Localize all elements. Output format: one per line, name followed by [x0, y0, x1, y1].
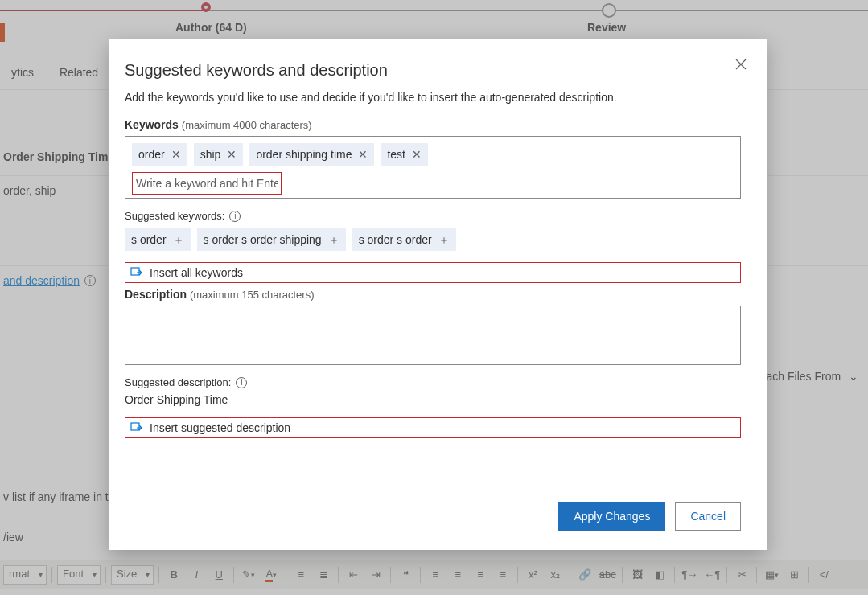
justify-button[interactable]: ≡	[493, 565, 512, 585]
chip-label: s order	[131, 233, 167, 246]
more-table-button[interactable]: ⊞	[784, 565, 804, 585]
underline-button[interactable]: U	[209, 565, 228, 585]
highlight-button[interactable]: ✎▾	[239, 565, 258, 585]
suggested-keywords-link[interactable]: and description	[3, 274, 80, 287]
chip-label: order	[138, 148, 165, 161]
suggested-description-label: Suggested description:	[125, 376, 231, 388]
keywords-label: Keywords	[125, 118, 179, 131]
insert-all-keywords-button[interactable]: Insert all keywords	[125, 262, 741, 283]
modal-subtitle: Add the keywords you'd like to use and d…	[125, 91, 741, 104]
insert-suggested-description-button[interactable]: Insert suggested description	[125, 417, 741, 438]
step-dot-author	[201, 2, 211, 12]
keyword-chip-row: order✕ ship✕ order shipping time✕ test✕	[132, 143, 734, 166]
insert-suggested-description-label: Insert suggested description	[150, 421, 290, 434]
table-button[interactable]: ▦▾	[762, 565, 781, 585]
description-label-row: Description (maximum 155 characters)	[125, 288, 741, 301]
scissors-button[interactable]: ✂	[732, 565, 751, 585]
subscript-button[interactable]: x₂	[545, 565, 565, 585]
close-button[interactable]	[731, 55, 751, 74]
keyword-chip: order✕	[132, 143, 187, 166]
svg-rect-0	[131, 268, 139, 275]
pilcrow-ltr-button[interactable]: ¶→	[680, 565, 699, 585]
align-center-button[interactable]: ≡	[448, 565, 467, 585]
step-dot-review	[602, 3, 616, 18]
toolbar-format-combo[interactable]: rmat▾	[3, 565, 47, 585]
chip-label: ship	[200, 148, 221, 161]
align-left-button[interactable]: ≡	[426, 565, 445, 585]
superscript-button[interactable]: x²	[523, 565, 542, 585]
remove-chip-icon[interactable]: ✕	[171, 149, 181, 160]
suggested-keywords-label-row: Suggested keywords: i	[125, 210, 741, 222]
quote-button[interactable]: ❝	[396, 565, 415, 585]
description-hint: (maximum 155 characters)	[190, 289, 315, 301]
insert-icon	[130, 266, 143, 279]
outdent-button[interactable]: ⇤	[343, 565, 363, 585]
apply-changes-button[interactable]: Apply Changes	[558, 502, 665, 531]
chip-label: s order s order	[359, 233, 432, 246]
caret-icon: ▾	[39, 570, 43, 579]
caret-icon: ▾	[146, 570, 150, 579]
keywords-label-row: Keywords (maximum 4000 characters)	[125, 118, 741, 131]
align-right-button[interactable]: ≡	[471, 565, 490, 585]
indent-button[interactable]: ⇥	[366, 565, 385, 585]
tab-analytics[interactable]: ytics	[0, 58, 45, 87]
add-chip-icon[interactable]: ＋	[328, 234, 339, 245]
link-button[interactable]: 🔗	[575, 565, 594, 585]
step-label-review: Review	[587, 21, 626, 34]
description-label: Description	[125, 288, 187, 301]
rich-text-toolbar: rmat▾ Font▾ Size▾ B I U ✎▾ A▾ ≡ ≣ ⇤ ⇥ ❝ …	[0, 560, 868, 589]
remove-chip-icon[interactable]: ✕	[412, 149, 422, 160]
suggested-keyword-chip[interactable]: s order＋	[125, 228, 191, 251]
left-accent-bar	[0, 23, 5, 42]
strikethrough-button[interactable]: abc	[598, 565, 617, 585]
suggested-description-text: Order Shipping Time	[125, 393, 741, 406]
step-label-author: Author (64 D)	[175, 21, 247, 34]
add-chip-icon[interactable]: ＋	[438, 234, 450, 245]
keyword-chip: ship✕	[194, 143, 244, 166]
chip-label: test	[387, 148, 405, 161]
image-button[interactable]: 🖼	[627, 565, 647, 585]
keyword-input[interactable]	[133, 173, 281, 194]
attach-files-from[interactable]: ach Files From ⌄	[767, 370, 858, 383]
chip-label: s order s order shipping	[204, 233, 322, 246]
bold-button[interactable]: B	[164, 565, 183, 585]
add-chip-icon[interactable]: ＋	[173, 234, 184, 245]
info-icon[interactable]: i	[229, 211, 241, 222]
suggested-keyword-chip[interactable]: s order s order shipping＋	[197, 228, 346, 251]
remove-chip-icon[interactable]: ✕	[358, 149, 368, 160]
bullet-list-button[interactable]: ≡	[291, 565, 311, 585]
suggested-keywords-label: Suggested keywords:	[125, 210, 224, 222]
insert-all-keywords-label: Insert all keywords	[150, 266, 243, 279]
number-list-button[interactable]: ≣	[314, 565, 333, 585]
chevron-down-icon: ⌄	[849, 370, 858, 383]
tab-related[interactable]: Related	[48, 58, 109, 87]
suggested-keywords-modal: Suggested keywords and description Add t…	[109, 39, 767, 550]
toolbar-size-combo[interactable]: Size▾	[111, 565, 154, 585]
caret-icon: ▾	[93, 570, 97, 579]
keywords-input-box[interactable]: order✕ ship✕ order shipping time✕ test✕	[125, 136, 741, 199]
close-icon	[735, 59, 747, 70]
cancel-button[interactable]: Cancel	[675, 502, 741, 531]
remove-chip-icon[interactable]: ✕	[227, 149, 237, 160]
pilcrow-rtl-button[interactable]: ←¶	[702, 565, 722, 585]
suggested-keyword-chip[interactable]: s order s order＋	[352, 228, 456, 251]
keyword-chip: order shipping time✕	[249, 143, 374, 166]
italic-button[interactable]: I	[187, 565, 206, 585]
info-icon: i	[84, 275, 96, 286]
keyword-chip: test✕	[381, 143, 428, 166]
description-input[interactable]	[125, 306, 741, 365]
toolbar-font-combo[interactable]: Font▾	[57, 565, 101, 585]
info-icon[interactable]: i	[236, 377, 247, 388]
svg-rect-1	[131, 423, 139, 430]
font-color-button[interactable]: A▾	[261, 565, 281, 585]
modal-title: Suggested keywords and description	[125, 61, 741, 80]
suggested-keywords-row: s order＋ s order s order shipping＋ s ord…	[125, 228, 741, 251]
suggested-description-label-row: Suggested description: i	[125, 376, 741, 388]
chip-label: order shipping time	[256, 148, 352, 161]
code-button[interactable]: ◧	[650, 565, 669, 585]
modal-footer: Apply Changes Cancel	[125, 492, 741, 531]
insert-icon	[130, 421, 143, 434]
attach-files-label: ach Files From	[767, 370, 841, 383]
keywords-hint: (maximum 4000 characters)	[182, 119, 312, 131]
source-button[interactable]: </	[814, 565, 833, 585]
